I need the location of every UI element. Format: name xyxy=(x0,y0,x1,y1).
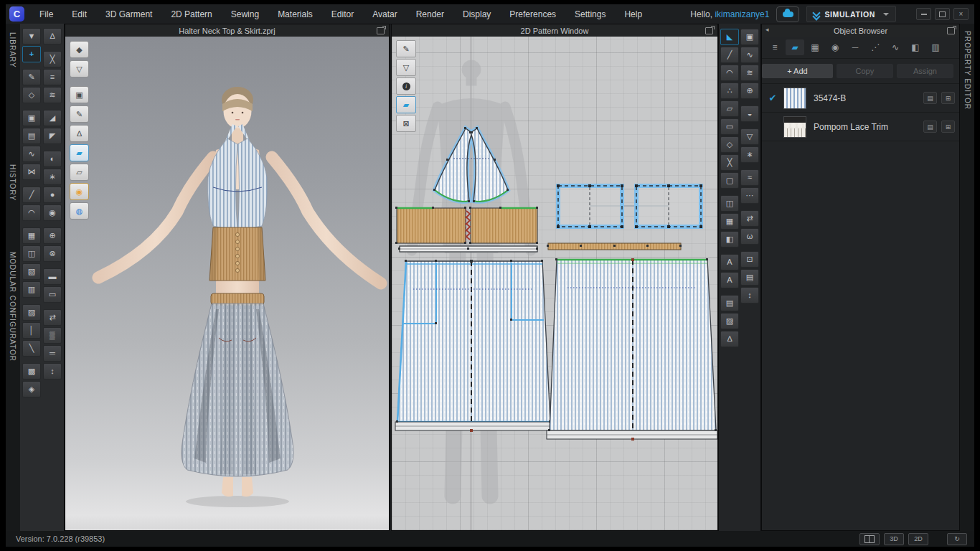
grading-2d-tool[interactable]: ↕ xyxy=(740,287,759,303)
avatar-pose-tool[interactable]: ∆ xyxy=(43,28,62,44)
menu-item[interactable]: Edit xyxy=(62,4,96,24)
fold-arrangement-tool[interactable]: ◫ xyxy=(22,245,41,262)
menu-item[interactable]: Help xyxy=(615,4,651,24)
render-style-tool[interactable]: ◆ xyxy=(70,41,89,58)
needle-detail-tool[interactable]: ✎i xyxy=(396,40,416,57)
show-flat-tool[interactable]: ▽ xyxy=(740,128,759,145)
pen-3d-tool[interactable]: ✎ xyxy=(70,105,89,123)
add-button[interactable]: + Add xyxy=(762,64,833,78)
zipper-tool[interactable]: │ xyxy=(22,322,41,339)
tab-fabric[interactable]: ▰ xyxy=(786,39,804,55)
detach-seam-tool[interactable]: ╳ xyxy=(43,51,62,67)
internal-rect-tool[interactable]: ▦ xyxy=(720,213,739,230)
menu-item[interactable]: Preferences xyxy=(500,4,565,24)
avatar-skin-tool[interactable]: ◉ xyxy=(70,183,89,200)
arrange-tool[interactable]: ↕ xyxy=(43,363,62,380)
menu-item[interactable]: 2D Pattern xyxy=(161,4,221,24)
pompom-tool[interactable]: ∗ xyxy=(43,169,62,185)
jacket-tool[interactable]: ▥ xyxy=(22,281,41,298)
simulation-button[interactable]: SIMULATION xyxy=(806,6,896,22)
tab-graphic[interactable]: ▦ xyxy=(806,39,824,55)
fabric-item-35474-b[interactable]: ✔ 35474-B ▤ ⊞ xyxy=(762,84,959,113)
wave-trim-tool[interactable]: ω xyxy=(740,228,759,245)
free-sewing-2d-tool[interactable]: ∿ xyxy=(740,47,759,63)
minimize-button[interactable] xyxy=(916,8,931,20)
clone-item-icon[interactable]: ▤ xyxy=(923,92,937,104)
tab-scene-list[interactable]: ≡ xyxy=(765,39,784,55)
add-to-item-icon[interactable]: ⊞ xyxy=(941,92,955,104)
avatar-3d-figure[interactable] xyxy=(65,37,389,530)
popout-window-icon[interactable] xyxy=(705,27,713,34)
copy-button[interactable]: Copy xyxy=(837,64,893,78)
waistband-strip-pattern[interactable] xyxy=(398,246,538,252)
show-garment-tool[interactable]: ▣ xyxy=(70,86,89,103)
select-move-tool[interactable]: + xyxy=(22,46,41,62)
measure-tool[interactable]: ╲ xyxy=(22,340,41,357)
add-to-item-icon[interactable]: ⊞ xyxy=(941,121,955,133)
steam-brush-tool[interactable]: ≋ xyxy=(43,87,62,103)
polygon-tool[interactable]: ▱ xyxy=(720,100,739,117)
curve-tool[interactable]: ◠ xyxy=(22,204,41,221)
garment-tool[interactable]: ▣ xyxy=(22,110,41,126)
dock-pin-icon[interactable]: ◂ xyxy=(765,26,769,33)
show-3d-silhouette-tool[interactable]: ▽i xyxy=(396,59,416,76)
menu-item[interactable]: Render xyxy=(407,4,453,24)
seam-allowance-tool[interactable]: ◫ xyxy=(720,195,739,212)
style-tool[interactable]: ▩ xyxy=(22,363,41,380)
menu-item[interactable]: Display xyxy=(453,4,500,24)
popout-window-icon[interactable] xyxy=(377,27,385,34)
menu-item[interactable]: 3D Garment xyxy=(96,4,161,24)
rectangle-tool[interactable]: ▭ xyxy=(720,118,739,135)
trim-cut-tool[interactable]: ◤ xyxy=(43,128,62,144)
restore-button[interactable] xyxy=(935,8,950,20)
simulate-tool[interactable]: ▼ xyxy=(22,28,41,44)
tack-tool[interactable]: ≡ xyxy=(43,69,62,85)
pattern-3d-tool[interactable]: ▰ xyxy=(70,144,89,161)
press-tool[interactable]: ═ xyxy=(43,345,62,362)
popout-window-icon[interactable] xyxy=(947,27,955,34)
fabric-swatch[interactable] xyxy=(783,116,806,138)
iron-tool[interactable]: ◒ xyxy=(740,105,759,122)
button-tool[interactable]: ● xyxy=(43,187,62,203)
pin-tool[interactable]: ╱ xyxy=(22,187,41,203)
clo-cloud-button[interactable] xyxy=(776,6,799,22)
fabric-item-pompom-lace-trim[interactable]: Pompom Lace Trim ▤ ⊞ xyxy=(762,113,959,141)
pompom-2d-tool[interactable]: ∗ xyxy=(740,146,759,163)
hardware-tool[interactable]: ⊡ xyxy=(740,251,759,268)
sewing-seam-tool[interactable]: ◇ xyxy=(22,87,41,103)
vest-tool[interactable]: ▨ xyxy=(22,304,41,321)
edit-pattern-tool[interactable]: ╱ xyxy=(720,47,739,63)
view-3d-button[interactable]: 3D xyxy=(884,533,904,545)
tab-puckering[interactable]: ∿ xyxy=(886,39,905,55)
fabric-swatch[interactable] xyxy=(783,88,806,109)
menu-item[interactable]: Materials xyxy=(268,4,322,24)
menu-item[interactable]: File xyxy=(30,4,62,24)
dark-pattern-tool[interactable]: ▱ xyxy=(70,164,89,181)
zip-puller-tool[interactable]: ⊗ xyxy=(43,245,62,262)
tab-library[interactable]: LIBRARY xyxy=(9,32,17,68)
pleats-tool[interactable]: ▨ xyxy=(720,313,739,329)
sewing-2d-tool[interactable]: ▣ xyxy=(740,29,759,45)
lock-pattern-tool[interactable]: ⊠i xyxy=(396,115,416,132)
menu-item[interactable]: Editor xyxy=(322,4,363,24)
texture-tool[interactable]: ▒ xyxy=(43,327,62,344)
text-tool[interactable]: A xyxy=(720,254,739,270)
layer-tool[interactable]: ▧ xyxy=(22,263,41,280)
shape-merge-tool[interactable]: ◧ xyxy=(720,231,739,248)
tab-history[interactable]: HISTORY xyxy=(9,164,17,201)
menu-item[interactable]: Settings xyxy=(565,4,615,24)
skirt-front-pattern-piece[interactable] xyxy=(395,260,552,432)
split-view-button[interactable] xyxy=(859,533,880,545)
gizmo-world-tool[interactable]: ◍ xyxy=(70,202,89,220)
pattern-2d-mode-tool[interactable]: ▰i xyxy=(396,96,416,113)
edit-curvature-tool[interactable]: ◠ xyxy=(720,65,739,81)
tab-button[interactable]: ◉ xyxy=(826,39,844,55)
dropdown-caret-icon[interactable] xyxy=(883,13,889,16)
viewport-3d-canvas[interactable]: ◆▽▣✎∆▰▱◉◍ xyxy=(65,37,389,530)
tab-piping[interactable]: ◧ xyxy=(906,39,925,55)
skirt-back-pattern-piece[interactable] xyxy=(547,258,717,441)
trim-strip-pattern[interactable] xyxy=(547,243,682,250)
stack-fabric-tool[interactable]: ▤ xyxy=(740,269,759,286)
segment-sewing-tool[interactable]: ⋈ xyxy=(22,164,41,180)
flatten-tool[interactable]: ▦ xyxy=(22,227,41,244)
